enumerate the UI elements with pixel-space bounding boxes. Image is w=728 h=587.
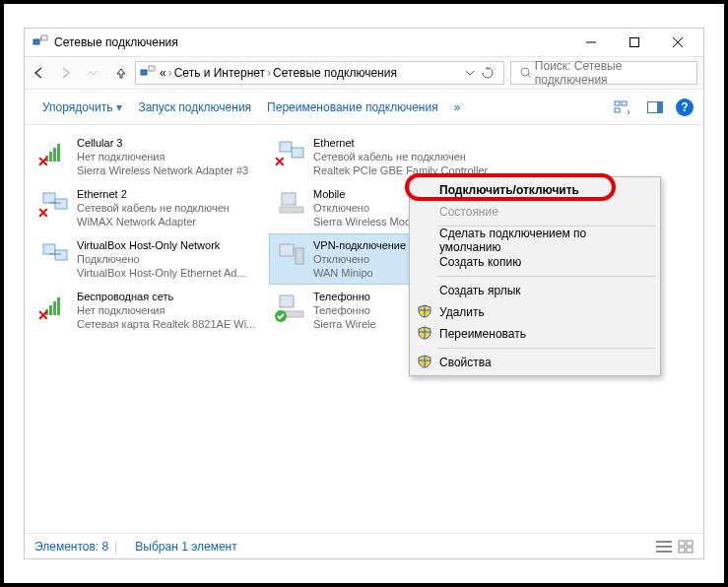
svg-rect-22 bbox=[57, 297, 60, 315]
organize-menu[interactable]: Упорядочить▾ bbox=[34, 95, 130, 120]
ctx-state: Состояние bbox=[412, 201, 658, 223]
network-connections-icon bbox=[33, 34, 48, 50]
svg-rect-14 bbox=[57, 144, 60, 162]
view-options-button[interactable] bbox=[609, 96, 634, 119]
up-button[interactable] bbox=[107, 59, 135, 87]
rename-connection-button[interactable]: Переименование подключения bbox=[259, 95, 446, 120]
cellular-icon: ✕ bbox=[39, 136, 71, 167]
svg-rect-0 bbox=[33, 39, 39, 44]
wifi-icon: ✕ bbox=[39, 290, 71, 321]
chevron-right-icon[interactable]: › bbox=[265, 66, 273, 80]
modem-icon bbox=[276, 187, 307, 219]
shield-icon bbox=[418, 326, 431, 340]
details-view-button[interactable] bbox=[656, 540, 672, 554]
svg-rect-34 bbox=[656, 551, 672, 553]
overflow-button[interactable]: » bbox=[446, 95, 469, 120]
search-icon bbox=[517, 67, 535, 79]
chevron-right-icon[interactable]: › bbox=[166, 66, 174, 80]
svg-rect-2 bbox=[630, 38, 639, 47]
refresh-button[interactable] bbox=[476, 67, 499, 79]
start-connection-button[interactable]: Запуск подключения bbox=[130, 95, 259, 120]
svg-rect-4 bbox=[149, 66, 155, 71]
ethernet-icon: ✕ bbox=[276, 136, 307, 167]
svg-rect-20 bbox=[49, 305, 52, 315]
minimize-button[interactable] bbox=[569, 29, 613, 56]
svg-rect-21 bbox=[53, 301, 56, 315]
svg-rect-28 bbox=[296, 248, 303, 264]
x-overlay-icon: ✕ bbox=[37, 307, 49, 323]
network-icon bbox=[140, 65, 156, 81]
large-icons-view-button[interactable] bbox=[678, 540, 694, 554]
ctx-delete[interactable]: Удалить bbox=[412, 301, 658, 323]
address-bar-row: « › Сеть и Интернет › Сетевые подключени… bbox=[25, 56, 703, 90]
svg-point-5 bbox=[521, 68, 529, 76]
svg-rect-32 bbox=[656, 541, 672, 543]
close-button[interactable] bbox=[656, 29, 699, 56]
svg-rect-35 bbox=[679, 541, 685, 546]
svg-rect-25 bbox=[282, 193, 296, 205]
recent-locations-button[interactable] bbox=[80, 59, 107, 87]
connection-item[interactable]: VirtualBox Host-Only NetworkПодключеноVi… bbox=[33, 233, 269, 285]
svg-rect-12 bbox=[49, 152, 52, 162]
breadcrumb-item[interactable]: Сетевые подключения bbox=[273, 66, 397, 80]
x-overlay-icon: ✕ bbox=[37, 154, 49, 169]
connection-item[interactable]: ✕ Ethernet 2Сетевой кабель не подключенW… bbox=[33, 182, 269, 233]
history-dropdown[interactable] bbox=[464, 69, 476, 77]
svg-rect-36 bbox=[687, 541, 693, 546]
content-area: ✕ Cellular 3Нет подключенияSierra Wirele… bbox=[25, 125, 703, 533]
preview-pane-button[interactable] bbox=[642, 96, 668, 119]
command-bar: Упорядочить▾ Запуск подключения Переимен… bbox=[25, 90, 703, 125]
svg-rect-37 bbox=[679, 548, 685, 553]
svg-rect-27 bbox=[280, 244, 294, 256]
search-placeholder: Поиск: Сетевые подключения bbox=[535, 59, 696, 87]
item-count: Элементов: 8 bbox=[34, 540, 108, 554]
svg-rect-1 bbox=[41, 35, 47, 40]
ctx-create-shortcut[interactable]: Создать ярлык bbox=[412, 280, 658, 301]
breadcrumb-prefix: « bbox=[160, 66, 166, 80]
svg-rect-15 bbox=[43, 193, 55, 203]
ctx-connect-disconnect[interactable]: Подключить/отключить bbox=[412, 179, 658, 201]
svg-rect-23 bbox=[280, 142, 292, 152]
search-input[interactable]: Поиск: Сетевые подключения bbox=[510, 61, 697, 85]
svg-rect-24 bbox=[292, 148, 303, 158]
ethernet-icon: ✕ bbox=[39, 187, 71, 219]
vpn-icon bbox=[276, 238, 307, 270]
titlebar: Сетевые подключения bbox=[25, 29, 703, 56]
svg-rect-17 bbox=[43, 244, 55, 254]
forward-button[interactable] bbox=[52, 59, 80, 87]
context-menu: Подключить/отключить Состояние Сделать п… bbox=[409, 176, 661, 376]
separator bbox=[437, 276, 656, 277]
svg-rect-8 bbox=[615, 108, 620, 112]
check-overlay-icon bbox=[274, 309, 288, 323]
status-bar: Элементов: 8 | Выбран 1 элемент bbox=[25, 533, 703, 558]
ctx-make-default[interactable]: Сделать подключением по умолчанию bbox=[412, 229, 658, 251]
connection-item[interactable]: ✕ Cellular 3Нет подключенияSierra Wirele… bbox=[33, 131, 269, 182]
help-button[interactable]: ? bbox=[676, 98, 694, 116]
selection-count: Выбран 1 элемент bbox=[135, 540, 236, 554]
back-button[interactable] bbox=[25, 59, 52, 87]
connection-item[interactable]: ✕ EthernetСетевой кабель не подключенRea… bbox=[269, 131, 505, 182]
ethernet-icon bbox=[39, 238, 71, 270]
window-title: Сетевые подключения bbox=[54, 35, 569, 49]
breadcrumb[interactable]: « › Сеть и Интернет › Сетевые подключени… bbox=[135, 61, 504, 85]
ctx-properties[interactable]: Свойства bbox=[412, 352, 658, 373]
svg-rect-26 bbox=[280, 207, 303, 213]
ctx-rename[interactable]: Переименовать bbox=[412, 323, 658, 345]
x-overlay-icon: ✕ bbox=[274, 154, 286, 169]
svg-rect-16 bbox=[55, 199, 67, 209]
svg-rect-38 bbox=[687, 548, 693, 553]
svg-rect-33 bbox=[656, 546, 672, 548]
svg-rect-29 bbox=[280, 295, 294, 307]
svg-rect-7 bbox=[622, 101, 627, 105]
shield-icon bbox=[418, 355, 431, 368]
separator bbox=[437, 348, 656, 349]
svg-rect-6 bbox=[615, 101, 620, 105]
maximize-button[interactable] bbox=[613, 29, 656, 56]
svg-rect-18 bbox=[55, 250, 67, 260]
ctx-create-copy[interactable]: Создать копию bbox=[412, 251, 658, 273]
connection-item[interactable]: ✕ Беспроводная сетьНет подключенияСетева… bbox=[33, 285, 269, 336]
explorer-window: Сетевые подключения « › Сеть и Интернет … bbox=[24, 28, 704, 559]
svg-rect-13 bbox=[53, 148, 56, 162]
svg-rect-3 bbox=[141, 70, 147, 75]
breadcrumb-item[interactable]: Сеть и Интернет bbox=[174, 66, 265, 80]
